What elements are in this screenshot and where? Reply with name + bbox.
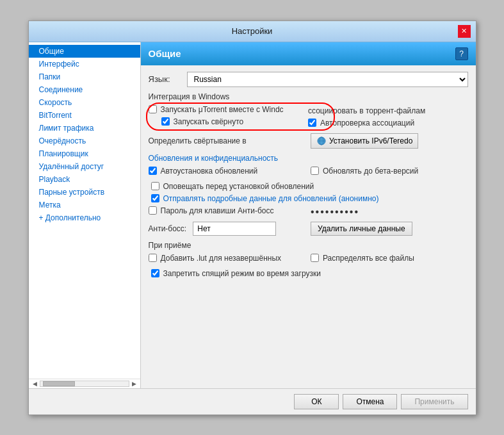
dialog-body: Общие Интерфейс Папки Соединение Скорост… (29, 42, 476, 388)
scroll-left-arrow[interactable]: ◀ (31, 381, 38, 387)
determine-label: Определить свёртывание в (149, 136, 247, 145)
sidebar-item-paired[interactable]: Парные устройств (29, 186, 140, 199)
sidebar-scrollbar: ◀ ▶ (29, 379, 140, 388)
language-row: Язык: Russian (149, 72, 468, 87)
associate-row: ссоциировать в торрент-файлам (308, 106, 468, 115)
send-data-checkbox[interactable] (151, 194, 159, 202)
beta-label: Обновлять до бета-версий (323, 167, 418, 176)
add-lut-checkbox[interactable] (149, 254, 157, 262)
dialog-title: Настройки (47, 26, 458, 36)
autoupdate-checkbox[interactable] (149, 167, 157, 175)
sidebar-item-folders[interactable]: Папки (29, 70, 140, 83)
content-title: Общие (149, 48, 181, 59)
receive-title: При приёме (149, 241, 468, 250)
notify-update-row: Оповещать перед установкой обновлений (149, 182, 468, 191)
sidebar-item-bittorrent[interactable]: BitTorrent (29, 109, 140, 122)
updates-link-text: Обновления и конфиденциальность (149, 154, 279, 163)
prevent-sleep-row: Запретить спящий режим во время загрузки (149, 269, 468, 278)
prevent-sleep-checkbox[interactable] (151, 269, 159, 277)
content-inner: Язык: Russian Интеграция в Windows Запус… (141, 65, 476, 388)
ipv6-button[interactable]: Установить IPv6/Teredo (311, 133, 418, 149)
sidebar-item-advanced[interactable]: + Дополнительно (29, 211, 140, 224)
settings-dialog: Настройки ✕ Общие Интерфейс Папки Соедин… (28, 21, 476, 415)
sidebar-item-general[interactable]: Общие (29, 45, 140, 58)
send-data-row: Отправлять подробные данные для обновлен… (149, 194, 468, 203)
globe-icon (316, 136, 327, 146)
distribute-checkbox[interactable] (311, 254, 319, 262)
receive-options-row: Добавить .lut для незавершённых Распреде… (149, 254, 468, 266)
delete-data-button[interactable]: Удалить личные данные (311, 222, 412, 236)
autoupdate-row: Автоустановка обновлений Обновлять до бе… (149, 167, 468, 179)
ipv6-btn-label: Установить IPv6/Teredo (329, 136, 412, 145)
autostart-label: Запускать μTorrent вместе с Windc (161, 105, 284, 114)
help-button[interactable]: ? (455, 47, 468, 60)
determine-row: Определить свёртывание в Установить IPv6… (149, 133, 468, 149)
sidebar-item-label[interactable]: Метка (29, 199, 140, 211)
apply-button[interactable]: Применить (401, 394, 467, 409)
associate-label: ссоциировать в торрент-файлам (308, 106, 425, 115)
sidebar: Общие Интерфейс Папки Соединение Скорост… (29, 42, 141, 388)
dialog-footer: ОК Отмена Применить (29, 388, 476, 414)
sidebar-item-queue[interactable]: Очерёдность (29, 135, 140, 147)
scrollbar-track (40, 381, 129, 387)
language-select[interactable]: Russian (187, 72, 468, 87)
close-button[interactable]: ✕ (458, 25, 471, 38)
autocheck-checkbox[interactable] (308, 119, 316, 127)
prevent-sleep-label: Запретить спящий режим во время загрузки (163, 269, 321, 278)
antiboss-label: Анти-босс: (149, 224, 187, 233)
notify-update-label: Оповещать перед установкой обновлений (163, 182, 314, 191)
minimized-label: Запускать свёрнуто (174, 117, 244, 126)
beta-checkbox[interactable] (311, 167, 319, 175)
distribute-row: Распределять все файлы (311, 254, 414, 263)
autoupdate-label: Автоустановка обновлений (161, 167, 258, 176)
boss-key-label: Пароль для клавиши Анти-босс (161, 206, 274, 215)
title-bar: Настройки ✕ (29, 21, 476, 42)
sidebar-item-traffic[interactable]: Лимит трафика (29, 122, 140, 135)
minimized-checkbox[interactable] (161, 117, 170, 126)
content-area: Общие ? Язык: Russian Интеграция в Windo… (141, 42, 476, 388)
notify-update-checkbox[interactable] (151, 182, 159, 190)
sidebar-item-remote[interactable]: Удалённый достуг (29, 160, 140, 173)
content-header: Общие ? (141, 42, 476, 65)
autostart-checkbox[interactable] (149, 105, 157, 113)
windows-integration-title: Интеграция в Windows (149, 92, 468, 101)
autostart-row: Запускать μTorrent вместе с Windc (149, 105, 309, 114)
send-data-label: Отправлять подробные данные для обновлен… (163, 194, 379, 203)
add-lut-row: Добавить .lut для незавершённых (149, 254, 282, 263)
boss-key-check-row: Пароль для клавиши Анти-босс (149, 206, 274, 215)
scroll-right-arrow[interactable]: ▶ (131, 381, 138, 387)
boss-key-row: Пароль для клавиши Анти-босс •••••••••• (149, 206, 468, 218)
scrollbar-thumb[interactable] (43, 381, 75, 386)
antiboss-row: Анти-босс: Удалить личные данные (149, 222, 468, 236)
language-label: Язык: (149, 74, 187, 84)
autoupdate-check-row: Автоустановка обновлений (149, 167, 258, 176)
autocheck-row: Автопроверка ассоциаций (308, 119, 468, 127)
autocheck-label: Автопроверка ассоциаций (320, 119, 414, 127)
minimized-row: Запускать свёрнуто (149, 117, 309, 126)
cancel-button[interactable]: Отмена (343, 394, 397, 409)
sidebar-item-connection[interactable]: Соединение (29, 83, 140, 96)
distribute-label: Распределять все файлы (323, 254, 414, 263)
updates-title: Обновления и конфиденциальность (149, 154, 468, 163)
boss-key-checkbox[interactable] (149, 206, 157, 215)
sidebar-item-playback[interactable]: Playback (29, 173, 140, 186)
sidebar-item-scheduler[interactable]: Планировщик (29, 147, 140, 160)
boss-key-dots: •••••••••• (311, 206, 359, 218)
sidebar-list: Общие Интерфейс Папки Соединение Скорост… (29, 42, 140, 379)
sidebar-item-speed[interactable]: Скорость (29, 96, 140, 109)
add-lut-label: Добавить .lut для незавершённых (161, 254, 282, 263)
beta-check-row: Обновлять до бета-версий (311, 167, 418, 176)
antiboss-input[interactable] (193, 222, 276, 236)
sidebar-item-interface[interactable]: Интерфейс (29, 58, 140, 70)
ok-button[interactable]: ОК (294, 394, 339, 409)
